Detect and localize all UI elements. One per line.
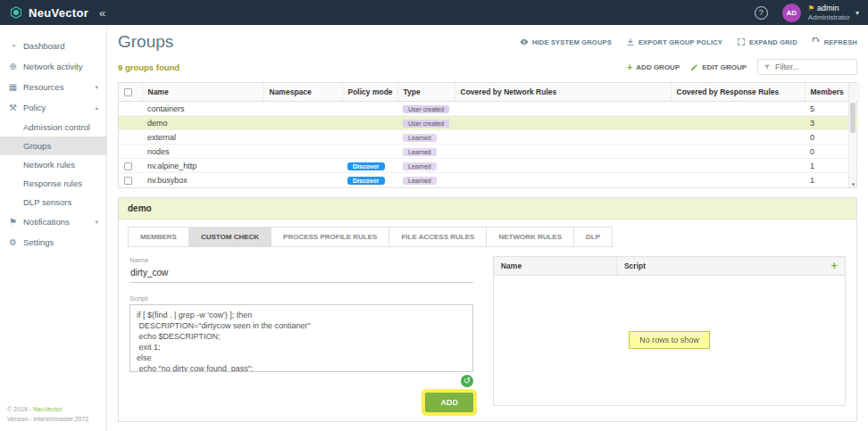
type-badge: Learned: [403, 162, 437, 170]
expand-grid-button[interactable]: EXPAND GRID: [737, 37, 797, 46]
copyright-brand-link[interactable]: NeuVector: [33, 406, 63, 412]
sidebar-item-network-rules[interactable]: Network rules: [0, 155, 106, 174]
type-badge: Learned: [403, 177, 437, 185]
sidebar-collapse-button[interactable]: «: [99, 6, 105, 20]
sidebar-item-admission-control[interactable]: Admission control: [0, 118, 106, 137]
type-badge: Learned: [403, 148, 437, 156]
avatar[interactable]: AD: [782, 4, 801, 22]
covered-network-rules: [455, 173, 671, 187]
policy-icon: ⚒: [8, 103, 18, 112]
tab-dlp[interactable]: DLP: [574, 227, 613, 247]
tab-custom-check[interactable]: CUSTOM CHECK: [189, 227, 271, 247]
group-row-external[interactable]: externalLearned0: [119, 130, 858, 145]
group-row-nv.alpine_http[interactable]: nv.alpine_httpDiscoverLearned1: [119, 159, 858, 173]
covered-response-rules: [671, 116, 805, 130]
flag-icon: ⚑: [808, 4, 814, 12]
type-badge: User created: [403, 120, 449, 128]
group-detail-panel: demo MEMBERSCUSTOM CHECKPROCESS PROFILE …: [118, 197, 857, 423]
user-menu-caret-icon[interactable]: ▾: [855, 9, 859, 17]
pencil-icon: [690, 63, 698, 71]
group-row-nodes[interactable]: nodesLearned0: [119, 145, 858, 159]
sidebar-item-groups[interactable]: Groups: [0, 137, 106, 155]
export-group-policy-label: EXPORT GROUP POLICY: [638, 38, 722, 46]
group-namespace: [263, 159, 342, 173]
sidebar-label-policy: Policy: [23, 103, 46, 112]
grid-scrollbar-thumb[interactable]: [850, 103, 855, 133]
chevron-down-icon: ▾: [95, 84, 98, 91]
row-checkbox[interactable]: [124, 162, 132, 170]
add-script-button[interactable]: ADD: [425, 393, 473, 412]
group-row-demo[interactable]: demoUser created3: [119, 116, 858, 130]
filter-box: [757, 59, 857, 75]
sidebar-item-network-activity[interactable]: ⊕ Network activity: [0, 56, 106, 77]
app-logo: NeuVector: [9, 5, 88, 20]
scripts-col-script: Script: [617, 257, 823, 275]
scripts-table-body: No rows to show: [494, 276, 845, 405]
main-content: Groups HIDE SYSTEM GROUPS EXPORT GROUP P…: [107, 25, 868, 431]
help-icon[interactable]: ?: [755, 6, 768, 20]
copyright-text: © 2019 -: [7, 406, 31, 412]
covered-response-rules: [671, 145, 805, 159]
neuvector-logo-icon: [9, 5, 23, 20]
edit-group-button[interactable]: EDIT GROUP: [690, 63, 747, 71]
user-role: Administrator: [808, 13, 850, 21]
expand-grid-label: EXPAND GRID: [749, 38, 797, 46]
group-name: nodes: [142, 145, 263, 159]
col-namespace[interactable]: Namespace: [263, 83, 342, 102]
covered-response-rules: [671, 159, 805, 173]
sidebar-label-notifications: Notifications: [23, 217, 70, 227]
tab-network-rules[interactable]: NETWORK RULES: [487, 227, 574, 247]
col-covered-response-rules[interactable]: Covered by Response Rules: [671, 83, 805, 102]
sidebar-item-notifications[interactable]: ⚑ Notifications ▾: [0, 211, 106, 232]
script-textarea[interactable]: if [ $(find . | grep -w 'cow') ]; then D…: [129, 304, 473, 373]
refresh-icon: [812, 37, 821, 46]
hide-system-groups-button[interactable]: HIDE SYSTEM GROUPS: [520, 37, 612, 46]
expand-icon: [737, 37, 746, 46]
grid-scrollbar[interactable]: ▼: [848, 83, 856, 187]
export-group-policy-button[interactable]: EXPORT GROUP POLICY: [626, 37, 722, 46]
sidebar-item-settings[interactable]: ⚙ Settings: [0, 232, 106, 253]
sidebar-item-dlp-sensors[interactable]: DLP sensors: [0, 193, 106, 211]
sidebar-label-network-activity: Network activity: [23, 62, 83, 71]
col-covered-network-rules[interactable]: Covered by Network Rules: [455, 83, 671, 102]
filter-icon: [764, 63, 771, 70]
add-group-button[interactable]: + ADD GROUP: [627, 62, 680, 72]
name-input[interactable]: dirty_cow: [129, 266, 473, 283]
select-all-checkbox[interactable]: [124, 88, 132, 96]
sidebar-item-dashboard[interactable]: ◔ Dashboard: [0, 36, 106, 56]
group-row-nv.busybox[interactable]: nv.busyboxDiscoverLearned1: [119, 173, 858, 187]
tab-members[interactable]: MEMBERS: [128, 227, 189, 247]
col-policy-mode[interactable]: Policy mode: [342, 83, 397, 102]
user-menu[interactable]: ⚑ admin Administrator: [808, 4, 850, 21]
sidebar-footer: © 2019 - NeuVector Version - interim/mas…: [7, 405, 103, 424]
row-checkbox[interactable]: [124, 177, 132, 185]
group-row-containers[interactable]: containersUser created5: [119, 102, 858, 116]
col-type[interactable]: Type: [397, 83, 455, 102]
sidebar-label-resources: Resources: [23, 82, 63, 92]
group-name: external: [142, 130, 263, 145]
custom-check-scripts-table: Name Script + No rows to show: [493, 256, 846, 406]
filter-input[interactable]: [775, 62, 851, 71]
user-name: admin: [817, 4, 839, 12]
group-name: nv.busybox: [142, 173, 263, 187]
settings-icon: ⚙: [8, 237, 18, 247]
covered-response-rules: [671, 102, 805, 116]
tab-process-profile-rules[interactable]: PROCESS PROFILE RULES: [271, 227, 389, 247]
scroll-down-arrow-icon[interactable]: ▼: [849, 182, 857, 187]
scripts-col-name: Name: [494, 257, 617, 275]
sidebar-item-resources[interactable]: ▦ Resources ▾: [0, 77, 106, 97]
covered-network-rules: [455, 130, 671, 145]
sidebar-item-response-rules[interactable]: Response rules: [0, 174, 106, 193]
add-script-plus-icon[interactable]: +: [823, 257, 845, 275]
reset-script-icon[interactable]: ↺: [461, 375, 473, 387]
group-namespace: [263, 116, 342, 130]
download-icon: [626, 37, 635, 46]
col-name[interactable]: Name: [142, 83, 263, 102]
refresh-button[interactable]: REFRESH: [812, 37, 857, 46]
resources-icon: ▦: [8, 82, 18, 92]
covered-network-rules: [455, 159, 671, 173]
chevron-down-icon: ▾: [95, 219, 98, 226]
sidebar-item-policy[interactable]: ⚒ Policy ▴: [0, 97, 106, 118]
tab-file-access-rules[interactable]: FILE ACCESS RULES: [389, 227, 487, 247]
covered-network-rules: [455, 145, 671, 159]
